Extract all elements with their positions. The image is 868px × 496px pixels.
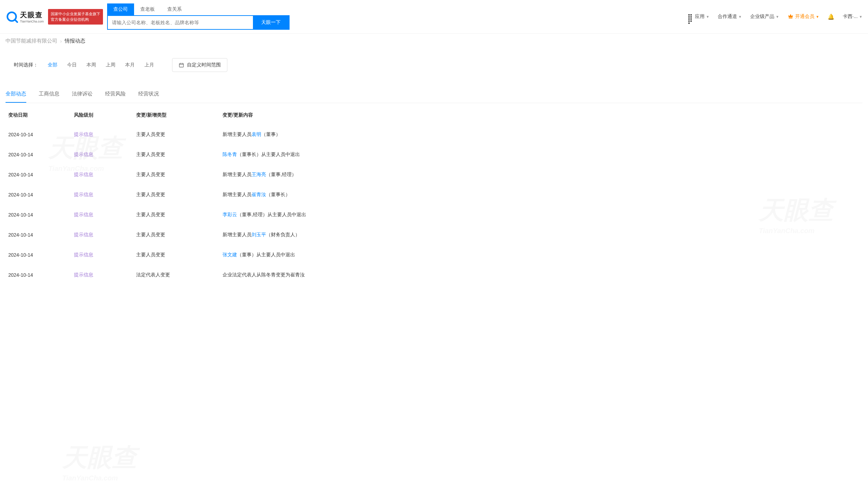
person-link[interactable]: 袁明 xyxy=(252,131,261,137)
time-filter-row: 时间选择： 全部 今日 本周 上周 本月 上月 自定义时间范围 xyxy=(6,48,862,82)
nav-apps[interactable]: 应用 ▼ xyxy=(688,13,709,20)
cell-date: 2024-10-14 xyxy=(6,265,71,285)
cell-date: 2024-10-14 xyxy=(6,185,71,205)
chevron-down-icon: ▼ xyxy=(738,15,742,19)
crown-icon xyxy=(787,13,794,20)
filter-label: 时间选择： xyxy=(14,62,38,68)
chevron-down-icon: ▼ xyxy=(776,15,779,19)
official-badge: 国家中小企业发展子基金旗下 官方备案企业征信机构 xyxy=(48,9,103,25)
risk-tag: 提示信息 xyxy=(74,172,93,177)
table-row: 2024-10-14提示信息主要人员变更新增主要人员崔青汝（董事长） xyxy=(6,185,862,205)
cell-risk: 提示信息 xyxy=(71,245,133,265)
apps-icon xyxy=(688,14,694,19)
tab-risk[interactable]: 经营风险 xyxy=(105,88,126,103)
filter-all[interactable]: 全部 xyxy=(48,62,57,68)
tab-business[interactable]: 工商信息 xyxy=(39,88,59,103)
cell-type: 主要人员变更 xyxy=(133,145,220,165)
cell-risk: 提示信息 xyxy=(71,225,133,245)
search-tab-boss[interactable]: 查老板 xyxy=(134,3,161,15)
cell-content: 新增主要人员刘玉平（财务负责人） xyxy=(220,225,862,245)
search-input[interactable] xyxy=(108,16,253,29)
tab-operation[interactable]: 经营状况 xyxy=(138,88,159,103)
nav-vip[interactable]: 开通会员 ▼ xyxy=(787,13,819,20)
search-tab-company[interactable]: 查公司 xyxy=(107,3,134,15)
cell-risk: 提示信息 xyxy=(71,165,133,185)
filter-lastweek[interactable]: 上周 xyxy=(106,62,115,68)
cell-date: 2024-10-14 xyxy=(6,245,71,265)
cell-type: 主要人员变更 xyxy=(133,165,220,185)
logo[interactable]: 天眼查 TianYanCha.com xyxy=(6,10,44,23)
svg-rect-2 xyxy=(179,63,183,67)
th-date: 变动日期 xyxy=(6,106,71,125)
table-row: 2024-10-14提示信息主要人员变更李彩云（董事,经理）从主要人员中退出 xyxy=(6,205,862,225)
breadcrumb-current: 情报动态 xyxy=(65,38,85,44)
cell-content: 新增主要人员崔青汝（董事长） xyxy=(220,185,862,205)
cell-type: 主要人员变更 xyxy=(133,185,220,205)
table-row: 2024-10-14提示信息法定代表人变更企业法定代表人从陈冬青变更为崔青汝 xyxy=(6,265,862,285)
filter-today[interactable]: 今日 xyxy=(67,62,77,68)
nav-user[interactable]: 卡西·... ▼ xyxy=(843,13,862,20)
calendar-icon xyxy=(179,62,184,68)
cell-type: 主要人员变更 xyxy=(133,125,220,145)
nav-right: 应用 ▼ 合作通道 ▼ 企业级产品 ▼ 开通会员 ▼ 🔔 卡西·... ▼ xyxy=(688,13,862,20)
chevron-down-icon: ▼ xyxy=(859,15,862,19)
cell-date: 2024-10-14 xyxy=(6,125,71,145)
chevron-down-icon: ▼ xyxy=(706,15,709,19)
nav-notifications[interactable]: 🔔 xyxy=(828,13,834,20)
tab-legal[interactable]: 法律诉讼 xyxy=(72,88,93,103)
person-link[interactable]: 刘玉平 xyxy=(252,232,266,237)
cell-content: 新增主要人员袁明（董事） xyxy=(220,125,862,145)
svg-line-1 xyxy=(15,20,17,22)
risk-tag: 提示信息 xyxy=(74,151,93,157)
cell-date: 2024-10-14 xyxy=(6,205,71,225)
bell-icon: 🔔 xyxy=(828,13,834,20)
cell-risk: 提示信息 xyxy=(71,125,133,145)
filter-lastmonth[interactable]: 上月 xyxy=(144,62,154,68)
custom-date-range-button[interactable]: 自定义时间范围 xyxy=(172,58,227,72)
cell-date: 2024-10-14 xyxy=(6,145,71,165)
cell-content: 张文建（董事）从主要人员中退出 xyxy=(220,245,862,265)
category-tabs: 全部动态 工商信息 法律诉讼 经营风险 经营状况 xyxy=(6,82,862,103)
breadcrumb-company[interactable]: 中国节能减排有限公司 xyxy=(6,38,57,44)
cell-type: 主要人员变更 xyxy=(133,225,220,245)
search-box: 天眼一下 xyxy=(107,15,290,30)
chevron-down-icon: ▼ xyxy=(816,15,819,19)
cell-content: 陈冬青（董事长）从主要人员中退出 xyxy=(220,145,862,165)
cell-risk: 提示信息 xyxy=(71,205,133,225)
risk-tag: 提示信息 xyxy=(74,212,93,217)
filter-thisweek[interactable]: 本周 xyxy=(86,62,96,68)
person-link[interactable]: 李彩云 xyxy=(223,212,237,217)
logo-icon xyxy=(6,10,18,23)
cell-type: 主要人员变更 xyxy=(133,205,220,225)
table-row: 2024-10-14提示信息主要人员变更新增主要人员袁明（董事） xyxy=(6,125,862,145)
risk-tag: 提示信息 xyxy=(74,192,93,197)
th-risk: 风险级别 xyxy=(71,106,133,125)
tab-all[interactable]: 全部动态 xyxy=(6,88,26,103)
logo-text-cn: 天眼查 xyxy=(20,10,44,20)
cell-risk: 提示信息 xyxy=(71,145,133,165)
search-button[interactable]: 天眼一下 xyxy=(253,16,289,29)
cell-content: 李彩云（董事,经理）从主要人员中退出 xyxy=(220,205,862,225)
risk-tag: 提示信息 xyxy=(74,272,93,277)
header: 天眼查 TianYanCha.com 国家中小企业发展子基金旗下 官方备案企业征… xyxy=(0,0,868,34)
cell-risk: 提示信息 xyxy=(71,185,133,205)
search-container: 查公司 查老板 查关系 天眼一下 xyxy=(107,3,290,30)
table-row: 2024-10-14提示信息主要人员变更张文建（董事）从主要人员中退出 xyxy=(6,245,862,265)
person-link[interactable]: 王海亮 xyxy=(252,172,266,177)
th-content: 变更/更新内容 xyxy=(220,106,862,125)
search-tab-relation[interactable]: 查关系 xyxy=(161,3,188,15)
nav-cooperation[interactable]: 合作通道 ▼ xyxy=(718,13,742,20)
person-link[interactable]: 崔青汝 xyxy=(252,192,266,197)
risk-tag: 提示信息 xyxy=(74,252,93,257)
cell-content: 新增主要人员王海亮（董事,经理） xyxy=(220,165,862,185)
nav-enterprise[interactable]: 企业级产品 ▼ xyxy=(750,13,779,20)
risk-tag: 提示信息 xyxy=(74,131,93,137)
logo-text-en: TianYanCha.com xyxy=(20,20,44,23)
table-row: 2024-10-14提示信息主要人员变更陈冬青（董事长）从主要人员中退出 xyxy=(6,145,862,165)
filter-thismonth[interactable]: 本月 xyxy=(125,62,135,68)
cell-content: 企业法定代表人从陈冬青变更为崔青汝 xyxy=(220,265,862,285)
person-link[interactable]: 陈冬青 xyxy=(223,151,237,157)
search-tabs: 查公司 查老板 查关系 xyxy=(107,3,290,15)
cell-type: 法定代表人变更 xyxy=(133,265,220,285)
person-link[interactable]: 张文建 xyxy=(223,252,237,257)
